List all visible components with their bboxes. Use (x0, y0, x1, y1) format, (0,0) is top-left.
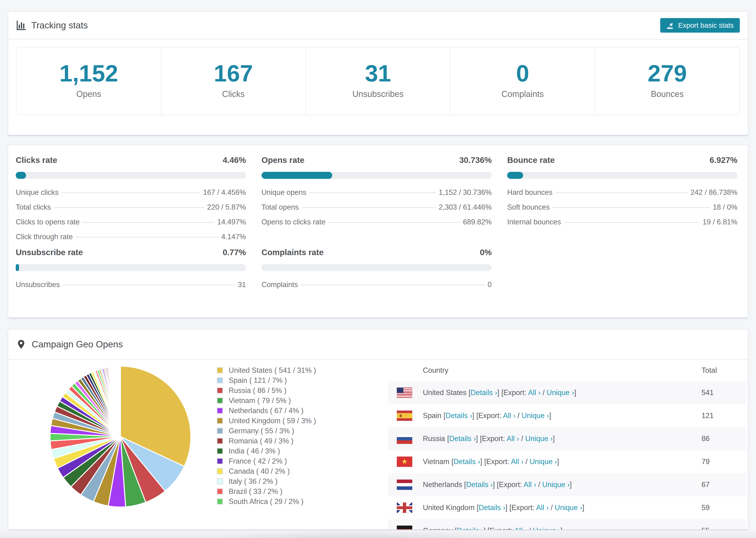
legend-item: Spain ( 121 / 7% ) (217, 375, 316, 385)
details-link[interactable]: Details › (457, 526, 484, 530)
legend-label: Italy ( 36 / 2% ) (229, 477, 278, 486)
country-flag (397, 503, 412, 513)
geo-opens-pie-chart (48, 364, 193, 510)
legend-swatch (217, 418, 223, 424)
metric-value: 1,152 / 30.736% (439, 188, 492, 197)
complaints-rate-section: Complaints rate 0% Complaints0 (261, 248, 492, 289)
export-basic-stats-button[interactable]: Export basic stats (660, 18, 740, 32)
total-cell: 121 (702, 411, 746, 420)
export-all-link[interactable]: All › (528, 389, 540, 397)
country-name: Russia (423, 435, 445, 443)
stat-unsubscribes-label: Unsubscribes (306, 89, 450, 99)
export-prefix: Export: (482, 435, 505, 443)
campaign-geo-opens-card: Campaign Geo Opens United States ( 541 /… (8, 329, 748, 530)
clicks-rate-progressbar (16, 172, 246, 179)
legend-swatch (217, 488, 223, 495)
export-unique-link[interactable]: Unique › (555, 504, 582, 512)
export-all-link[interactable]: All › (503, 411, 515, 420)
export-unique-link[interactable]: Unique › (533, 526, 561, 530)
country-cell: Germany [Details ›] [Export: All › / Uni… (397, 525, 702, 530)
details-link[interactable]: Details › (446, 411, 472, 420)
country-links: Germany [Details ›] [Export: All › / Uni… (423, 526, 563, 530)
export-unique-link[interactable]: Unique › (522, 411, 549, 420)
total-cell: 67 (702, 480, 746, 489)
table-row: Germany [Details ›] [Export: All › / Uni… (388, 519, 746, 530)
export-all-link[interactable]: All › (536, 504, 549, 512)
complaints-rate-value: 0% (480, 248, 492, 257)
tracking-stats-card: Tracking stats Export basic stats 1,152 … (8, 11, 748, 136)
export-prefix: Export: (499, 480, 522, 489)
legend-item: Romania ( 49 / 3% ) (217, 436, 316, 446)
unsubscribe-rate-progressbar (16, 264, 246, 271)
country-links: United States [Details ›] [Export: All ›… (423, 389, 576, 397)
export-unique-link[interactable]: Unique › (525, 435, 553, 443)
opens-rate-value: 30.736% (459, 155, 492, 165)
geo-opens-table: Country Total United States [Details ›] … (388, 360, 746, 530)
table-row: Spain [Details ›] [Export: All › / Uniqu… (388, 404, 746, 427)
rates-card: Clicks rate 4.46% Unique clicks167 / 4.4… (8, 144, 748, 318)
legend-item: Vietnam ( 79 / 5% ) (217, 396, 316, 405)
stat-unsubscribes: 31 Unsubscribes (306, 47, 451, 115)
legend-item: Brazil ( 33 / 2% ) (217, 486, 316, 497)
opens-rate-section: Opens rate 30.736% Unique opens1,152 / 3… (261, 155, 492, 241)
country-flag (397, 434, 412, 444)
country-links: Netherlands [Details ›] [Export: All › /… (423, 480, 572, 489)
table-row: United States [Details ›] [Export: All ›… (388, 381, 746, 404)
metric-label: Unsubscribes (16, 281, 60, 289)
country-flag (397, 410, 412, 421)
legend-swatch (217, 478, 223, 484)
stat-clicks-value: 167 (161, 62, 305, 85)
country-cell: Spain [Details ›] [Export: All › / Uniqu… (397, 410, 702, 421)
export-unique-link[interactable]: Unique › (547, 389, 574, 397)
metric-value: 14.497% (217, 218, 246, 226)
legend-swatch (217, 428, 223, 434)
metric-value: 167 / 4.456% (203, 188, 246, 197)
legend-swatch (217, 398, 223, 404)
export-all-link[interactable]: All › (523, 480, 536, 489)
metric-value: 689.82% (463, 218, 492, 226)
export-icon (666, 21, 674, 29)
details-link[interactable]: Details › (466, 480, 493, 489)
total-cell: 541 (702, 389, 746, 397)
metric-value: 19 / 6.81% (703, 218, 737, 226)
legend-item: United Kingdom ( 59 / 3% ) (217, 416, 316, 426)
details-link[interactable]: Details › (470, 389, 497, 397)
export-button-label: Export basic stats (678, 21, 734, 29)
metric-value: 2,303 / 61.446% (439, 203, 492, 211)
legend-item: United States ( 541 / 31% ) (217, 365, 316, 375)
legend-item: Netherlands ( 67 / 4% ) (217, 405, 316, 416)
details-link[interactable]: Details › (453, 457, 480, 466)
legend-label: Canada ( 40 / 2% ) (229, 467, 290, 476)
export-unique-link[interactable]: Unique › (542, 480, 569, 489)
metric-label: Unique opens (261, 188, 306, 197)
metric-label: Click through rate (16, 233, 73, 241)
legend-item: Italy ( 36 / 2% ) (217, 476, 316, 486)
details-link[interactable]: Details › (449, 435, 476, 443)
geo-opens-title: Campaign Geo Opens (32, 339, 123, 350)
bounce-rate-section: Bounce rate 6.927% Hard bounces242 / 86.… (507, 155, 737, 241)
export-all-link[interactable]: All › (514, 526, 527, 530)
table-row: Russia [Details ›] [Export: All › / Uniq… (388, 427, 746, 450)
legend-item: France ( 42 / 2% ) (217, 456, 316, 466)
clicks-rate-value: 4.46% (223, 155, 246, 165)
export-unique-link[interactable]: Unique › (529, 457, 557, 466)
legend-swatch (217, 377, 223, 384)
metric-value: 31 (238, 281, 246, 289)
country-cell: United States [Details ›] [Export: All ›… (397, 388, 702, 398)
tracking-stats-title-group: Tracking stats (16, 20, 88, 30)
table-row: Vietnam [Details ›] [Export: All › / Uni… (388, 450, 746, 473)
column-header-country: Country (397, 366, 702, 375)
legend-item: Germany ( 55 / 3% ) (217, 426, 316, 436)
export-all-link[interactable]: All › (507, 435, 519, 443)
bar-chart-icon (16, 21, 26, 30)
details-link[interactable]: Details › (479, 504, 506, 512)
opens-rate-progressbar (261, 172, 492, 179)
legend-swatch (217, 468, 223, 474)
export-prefix: Export: (490, 526, 513, 530)
stat-bounces-label: Bounces (595, 89, 739, 99)
metric-label: Hard bounces (507, 188, 553, 197)
export-prefix: Export: (512, 504, 534, 512)
legend-label: United States ( 541 / 31% ) (229, 366, 316, 375)
export-all-link[interactable]: All › (511, 457, 523, 466)
bounce-rate-value: 6.927% (710, 155, 737, 165)
